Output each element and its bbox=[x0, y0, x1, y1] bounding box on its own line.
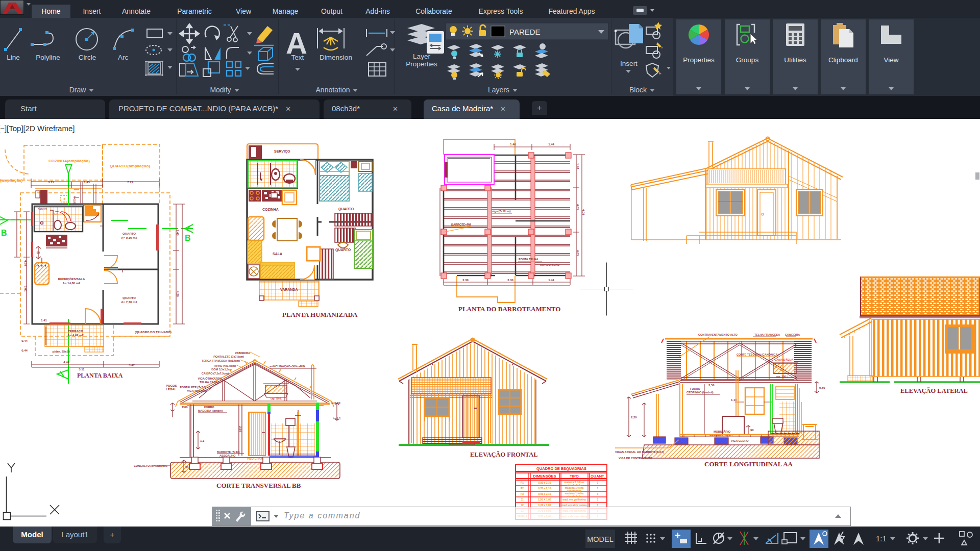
svg-text:VIGA ÓTIMO-TIPO: VIGA ÓTIMO-TIPO bbox=[198, 377, 223, 380]
svg-text:(QUADRO DO TELHADO): (QUADRO DO TELHADO) bbox=[135, 331, 172, 334]
svg-text:CORTE LONGITUDINAL AA: CORTE LONGITUDINAL AA bbox=[704, 460, 793, 468]
svg-text:cap. 500 L: cap. 500 L bbox=[776, 375, 788, 378]
svg-text:5.11: 5.11 bbox=[79, 368, 85, 371]
svg-text:CAIXA D'ÁGUA: CAIXA D'ÁGUA bbox=[775, 358, 794, 361]
svg-text:ELEVAÇÃO LATERAL: ELEVAÇÃO LATERAL bbox=[900, 387, 968, 394]
svg-text:CAIBRO (7,5x7,5cm): CAIBRO (7,5x7,5cm) bbox=[202, 372, 229, 375]
svg-text:TELHA CANAL: TELHA CANAL bbox=[200, 381, 220, 384]
svg-text:PONTA TELHA: PONTA TELHA bbox=[519, 258, 538, 261]
svg-text:RIPADO BEKO: RIPADO BEKO bbox=[540, 263, 560, 266]
svg-text:90: 90 bbox=[750, 429, 754, 432]
svg-text:PONTALETE (7x7,5cm): PONTALETE (7x7,5cm) bbox=[180, 386, 210, 389]
svg-text:CEDRINHO (lambril): CEDRINHO (lambril) bbox=[687, 391, 714, 394]
svg-text:ELEVAÇÃO FRONTAL: ELEVAÇÃO FRONTAL bbox=[470, 451, 538, 458]
svg-text:A= 14,80 m2: A= 14,80 m2 bbox=[63, 282, 81, 285]
svg-text:ASSOALHO: ASSOALHO bbox=[219, 454, 236, 457]
svg-text:0,70 x 2,10: 0,70 x 2,10 bbox=[538, 487, 551, 490]
svg-text:viga (7x12cm): viga (7x12cm) bbox=[492, 210, 511, 213]
svg-text:BARROTE=PM: BARROTE=PM bbox=[451, 223, 471, 226]
svg-text:1.40: 1.40 bbox=[510, 143, 516, 146]
svg-text:REFEIÇÕES/SALA: REFEIÇÕES/SALA bbox=[58, 278, 85, 281]
svg-text:LEGAL: LEGAL bbox=[166, 388, 177, 391]
svg-text:1: 1 bbox=[597, 487, 599, 490]
svg-text:1,1: 1,1 bbox=[200, 439, 205, 442]
svg-text:BOX: BOX bbox=[53, 212, 59, 215]
svg-text:J1: J1 bbox=[521, 498, 524, 501]
svg-text:QUARTO: QUARTO bbox=[338, 207, 354, 211]
svg-text:P.00: P.00 bbox=[182, 406, 188, 409]
svg-text:2.30: 2.30 bbox=[462, 279, 469, 282]
svg-text:0.44: 0.44 bbox=[21, 349, 28, 352]
svg-text:1,50 X 1,00: 1,50 X 1,00 bbox=[538, 498, 551, 501]
svg-text:1.43: 1.43 bbox=[576, 163, 579, 169]
svg-text:TERÇA TRAVESSA (6x12cm): TERÇA TRAVESSA (6x12cm) bbox=[202, 359, 240, 362]
svg-text:PLANTA DO BARROTEAMENTO: PLANTA DO BARROTEAMENTO bbox=[458, 305, 560, 313]
svg-text:0,60: 0,60 bbox=[819, 386, 825, 389]
svg-text:3.71: 3.71 bbox=[48, 181, 54, 184]
svg-text:CONCRETO+BALDRAME: CONCRETO+BALDRAME bbox=[134, 464, 167, 467]
svg-text:1:1: 1:1 bbox=[876, 534, 887, 543]
svg-text:2,50: 2,50 bbox=[708, 384, 715, 387]
svg-text:1: 1 bbox=[597, 481, 599, 484]
svg-text:A= 9,16 m2: A= 9,16 m2 bbox=[121, 236, 137, 239]
svg-text:RIPAS (4x1,5cm): RIPAS (4x1,5cm) bbox=[214, 364, 236, 367]
svg-text:BARROTE (7x12): BARROTE (7x12) bbox=[217, 450, 240, 454]
svg-text:FORRO: FORRO bbox=[690, 387, 701, 390]
svg-text:B: B bbox=[185, 234, 191, 242]
svg-text:QUADRO DE ESQUADRIAS: QUADRO DE ESQUADRIAS bbox=[536, 466, 586, 471]
svg-text:QUANT.: QUANT. bbox=[591, 474, 605, 479]
svg-text:MOBILIÁRIO: MOBILIÁRIO bbox=[714, 430, 731, 433]
svg-text:3.47: 3.47 bbox=[129, 364, 135, 367]
svg-text:DIMENSÕES: DIMENSÕES bbox=[533, 474, 556, 479]
svg-text:4.58: 4.58 bbox=[24, 260, 27, 266]
svg-text:BANHO: BANHO bbox=[38, 208, 47, 211]
svg-text:TELHA FRANCESA: TELHA FRANCESA bbox=[754, 333, 780, 336]
svg-text:QUARTO: QUARTO bbox=[122, 232, 136, 235]
svg-text:VIGA CEDRO: VIGA CEDRO bbox=[731, 439, 749, 442]
svg-text:2.30: 2.30 bbox=[507, 279, 513, 282]
svg-text:PLANTA BAIXA: PLANTA BAIXA bbox=[77, 372, 123, 379]
svg-text:4.44: 4.44 bbox=[63, 361, 69, 364]
svg-text:MODEL: MODEL bbox=[587, 535, 614, 543]
svg-text:1.44: 1.44 bbox=[548, 143, 554, 146]
svg-text:QUARTO: QUARTO bbox=[335, 248, 351, 252]
svg-text:A=2,90: A=2,90 bbox=[73, 196, 76, 204]
svg-text:a=INCLINAÇÃO=30% aMIN: a=INCLINAÇÃO=30% aMIN bbox=[270, 365, 305, 368]
svg-text:B: B bbox=[1, 229, 7, 237]
svg-text:p/dre. 25x25: p/dre. 25x25 bbox=[53, 350, 70, 353]
svg-text:CUMEEIRA: CUMEEIRA bbox=[785, 333, 800, 336]
svg-text:2,20: 2,20 bbox=[631, 416, 637, 419]
svg-text:cap. 500 L: cap. 500 L bbox=[271, 397, 282, 400]
svg-text:QUARTO(ampliação): QUARTO(ampliação) bbox=[110, 164, 150, 168]
svg-text:PAREDE: PAREDE bbox=[509, 28, 541, 36]
svg-text:6.01: 6.01 bbox=[24, 286, 27, 292]
svg-text:7.71: 7.71 bbox=[127, 181, 133, 184]
svg-text:COZINHA: COZINHA bbox=[262, 208, 279, 211]
svg-text:A= 4,42 m2: A= 4,42 m2 bbox=[67, 334, 84, 337]
svg-text:SALA: SALA bbox=[273, 252, 282, 256]
svg-text:4.05: 4.05 bbox=[576, 250, 579, 256]
svg-text:PONTALETE (7x7,5cm): PONTALETE (7x7,5cm) bbox=[213, 355, 244, 358]
svg-text:4.08: 4.08 bbox=[582, 209, 585, 215]
svg-text:CORTE TRANSVERSAL BB: CORTE TRANSVERSAL BB bbox=[216, 482, 301, 489]
svg-text:CONTRAVENTAMENTO ALTO: CONTRAVENTAMENTO ALTO bbox=[698, 333, 738, 336]
svg-text:VARANDA: VARANDA bbox=[280, 288, 298, 291]
svg-text:SERVIÇO: SERVIÇO bbox=[274, 149, 290, 154]
svg-text:PLANTA HUMANIZADA: PLANTA HUMANIZADA bbox=[282, 311, 358, 318]
svg-text:1.41: 1.41 bbox=[41, 319, 47, 322]
svg-text:4.28: 4.28 bbox=[176, 291, 179, 297]
svg-text:2,50: 2,50 bbox=[239, 426, 242, 432]
svg-text:0.44: 0.44 bbox=[21, 339, 28, 342]
svg-text:mad. em guilhotina: mad. em guilhotina bbox=[562, 498, 586, 501]
svg-text:COZINHA(ampliação): COZINHA(ampliação) bbox=[48, 159, 90, 163]
svg-text:MADEIRA (lambril): MADEIRA (lambril) bbox=[198, 409, 223, 412]
svg-text:0,80 x 2,10: 0,80 x 2,10 bbox=[538, 481, 551, 484]
svg-text:1.44: 1.44 bbox=[548, 279, 554, 282]
svg-text:1.45: 1.45 bbox=[84, 181, 90, 184]
svg-text:1: 1 bbox=[597, 498, 599, 501]
svg-text:TERRAÇO: TERRAÇO bbox=[68, 330, 83, 333]
svg-text:QUARTO: QUARTO bbox=[122, 296, 136, 299]
svg-text:4.05: 4.05 bbox=[576, 204, 579, 210]
svg-text:CORTE TESOURA (CANÔNICA): CORTE TESOURA (CANÔNICA) bbox=[737, 353, 778, 356]
svg-text:55: 55 bbox=[37, 251, 40, 254]
